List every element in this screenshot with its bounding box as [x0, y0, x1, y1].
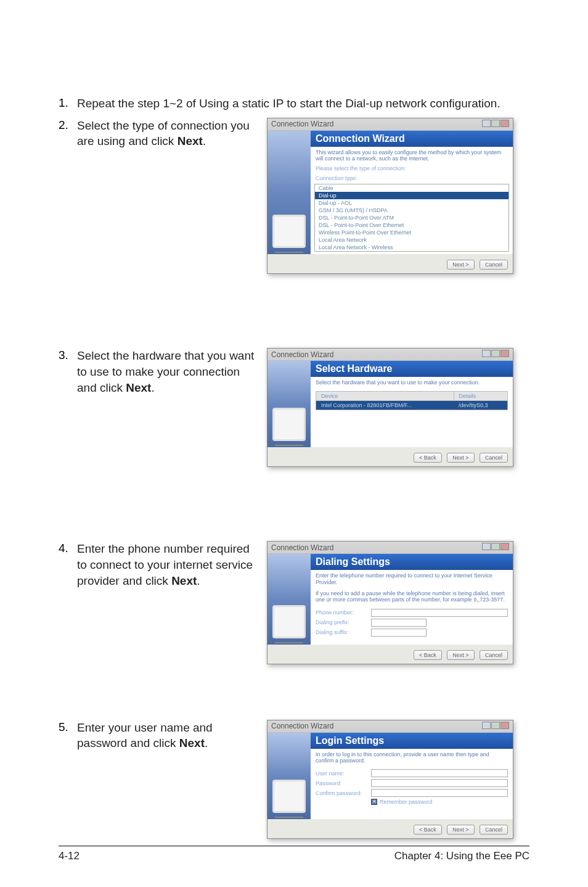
next-button[interactable]: Next > — [447, 825, 474, 835]
dialog-header: Select Hardware — [311, 361, 513, 377]
window-controls — [481, 350, 509, 359]
connection-type-label: Connection type: — [311, 174, 513, 184]
screenshot-login-settings: Connection Wizard Login Settings In orde… — [267, 720, 513, 839]
list-item[interactable]: DSL - Point-to-Point Over Ethernet — [315, 221, 508, 229]
next-button[interactable]: Next > — [447, 650, 474, 660]
table-row[interactable]: Intel Corporation - 82801FB/FBM/F.../dev… — [316, 400, 508, 410]
instruction-text-post: . — [205, 736, 208, 749]
window-controls — [481, 722, 509, 731]
maximize-icon[interactable] — [491, 120, 500, 127]
username-field[interactable] — [371, 769, 508, 777]
back-button[interactable]: < Back — [414, 453, 442, 463]
back-button[interactable]: < Back — [414, 650, 442, 660]
dialing-suffix-field[interactable] — [371, 629, 427, 637]
dialog-title: Connection Wizard — [271, 120, 333, 128]
phone-number-field[interactable] — [371, 609, 508, 617]
minimize-icon[interactable] — [482, 120, 491, 127]
screenshot-select-hardware: Connection Wizard Select Hardware Select… — [267, 348, 513, 467]
maximize-icon[interactable] — [491, 722, 500, 729]
cancel-button[interactable]: Cancel — [480, 650, 508, 660]
step-number: 5. — [59, 720, 77, 734]
instruction-item-4: 4. Enter the phone number required to co… — [59, 541, 529, 664]
hardware-table[interactable]: DeviceDetails Intel Corporation - 82801F… — [316, 391, 508, 410]
dialog-description-2: If you need to add a pause while the tel… — [311, 588, 513, 606]
remember-password-label: Remember password — [380, 799, 433, 805]
minimize-icon[interactable] — [482, 543, 491, 550]
list-item[interactable]: Dial-up — [315, 192, 508, 199]
step-number: 2. — [59, 118, 77, 132]
connection-type-list[interactable]: Cable Dial-up Dial-up - AOL GSM / 3G (UM… — [314, 184, 509, 252]
phone-number-label: Phone number: — [316, 609, 371, 616]
cancel-button[interactable]: Cancel — [480, 260, 508, 270]
minimize-icon[interactable] — [482, 722, 491, 729]
dialog-sidebar — [267, 361, 311, 447]
dialing-suffix-label: Dialing suffix: — [316, 629, 371, 635]
next-button[interactable]: Next > — [447, 260, 474, 270]
instruction-text-post: . — [197, 574, 200, 587]
column-header: Details — [454, 391, 508, 400]
dialog-header: Connection Wizard — [311, 131, 513, 147]
dialog-description: This wizard allows you to easily configu… — [311, 147, 513, 165]
instruction-list: 1. Repeat the step 1~2 of Using a static… — [59, 96, 529, 839]
instruction-text: Select the type of connection you are us… — [77, 119, 250, 148]
page-number: 4-12 — [59, 850, 80, 862]
maximize-icon[interactable] — [491, 543, 500, 550]
step-number: 1. — [59, 96, 77, 110]
dialog-header: Dialing Settings — [311, 554, 513, 570]
instruction-bold: Next — [126, 381, 151, 394]
maximize-icon[interactable] — [491, 350, 500, 357]
screenshot-connection-wizard: Connection Wizard Connection Wizard This… — [267, 118, 513, 274]
dialog-sidebar — [267, 131, 311, 255]
chapter-title: Chapter 4: Using the Eee PC — [394, 850, 529, 862]
step-number: 3. — [59, 348, 77, 362]
list-item[interactable]: DSL - Point-to-Point Over ATM — [315, 214, 508, 221]
instruction-item-1: 1. Repeat the step 1~2 of Using a static… — [59, 96, 529, 112]
dialog-description: Enter the telephone number required to c… — [311, 570, 513, 588]
confirm-password-label: Confirm password: — [316, 790, 371, 796]
confirm-password-field[interactable] — [371, 789, 508, 797]
instruction-text: Repeat the step 1~2 of Using a static IP… — [77, 97, 500, 110]
dialog-description: Select the hardware that you want to use… — [311, 377, 513, 388]
close-icon[interactable] — [500, 350, 509, 357]
dialog-title: Connection Wizard — [271, 350, 333, 359]
screenshot-dialing-settings: Connection Wizard Dialing Settings Enter… — [267, 541, 513, 664]
close-icon[interactable] — [500, 120, 509, 127]
dialog-title: Connection Wizard — [271, 722, 333, 730]
back-button[interactable]: < Back — [414, 825, 442, 835]
minimize-icon[interactable] — [482, 350, 491, 357]
close-icon[interactable] — [500, 543, 509, 550]
list-item[interactable]: Local Area Network - Wireless — [315, 244, 508, 251]
password-field[interactable] — [371, 779, 508, 787]
column-header: Device — [316, 391, 454, 400]
dialog-title: Connection Wizard — [271, 543, 333, 552]
list-item[interactable]: Local Area Network — [315, 236, 508, 244]
remember-password-checkbox[interactable]: ✕ — [371, 799, 377, 805]
instruction-text-post: . — [151, 381, 154, 394]
instruction-text: Enter the phone number required to conne… — [77, 542, 253, 587]
close-icon[interactable] — [500, 722, 509, 729]
page-footer: 4-12 Chapter 4: Using the Eee PC — [59, 846, 529, 862]
cancel-button[interactable]: Cancel — [480, 453, 508, 463]
dialog-subheader: Please select the type of connection: — [311, 164, 513, 174]
username-label: User name: — [316, 770, 371, 777]
list-item[interactable]: GSM / 3G (UMTS) / HSDPA — [315, 207, 508, 214]
next-button[interactable]: Next > — [447, 453, 474, 463]
dialog-header: Login Settings — [311, 733, 513, 749]
dialing-prefix-field[interactable] — [371, 619, 427, 627]
dialog-sidebar — [267, 554, 311, 644]
window-controls — [481, 543, 509, 552]
instruction-bold: Next — [171, 574, 197, 587]
dialog-sidebar — [267, 733, 311, 819]
list-item[interactable]: Wireless Point-to-Point Over Ethernet — [315, 229, 508, 236]
instruction-item-3: 3. Select the hardware that you want to … — [59, 348, 529, 467]
dialing-prefix-label: Dialing prefix: — [316, 619, 371, 625]
cancel-button[interactable]: Cancel — [480, 825, 508, 835]
instruction-item-5: 5. Enter your user name and password and… — [59, 720, 529, 839]
dialog-description: In order to log in to this connection, p… — [311, 749, 513, 767]
instruction-bold: Next — [179, 736, 205, 749]
window-controls — [481, 120, 509, 129]
instruction-text: Select the hardware that you want to use… — [77, 349, 254, 394]
instruction-bold: Next — [178, 134, 203, 147]
list-item[interactable]: Dial-up - AOL — [315, 199, 508, 207]
list-item[interactable]: Cable — [315, 184, 508, 192]
